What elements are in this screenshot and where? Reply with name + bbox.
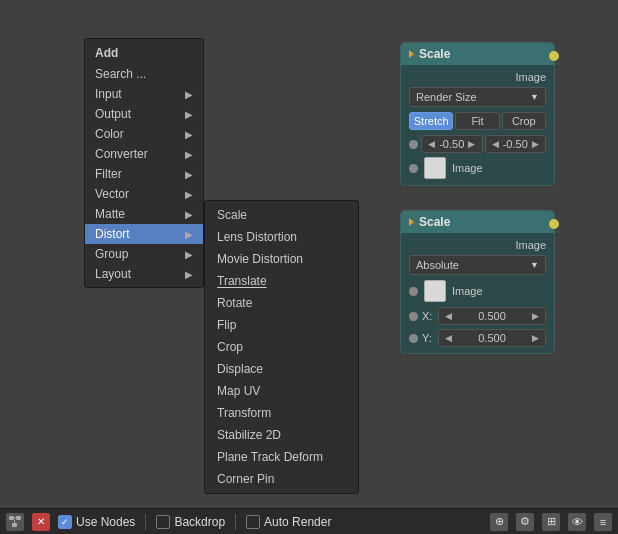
fit-button[interactable]: Fit xyxy=(455,112,499,130)
bottom-y-dot xyxy=(409,334,418,343)
top-y-field[interactable]: ◀ -0.50 ▶ xyxy=(485,135,547,153)
arrow-left2-icon: ◀ xyxy=(492,139,499,149)
use-nodes-checkbox[interactable]: ✓ xyxy=(58,515,72,529)
separator xyxy=(145,514,146,530)
backdrop-checkbox[interactable] xyxy=(156,515,170,529)
submenu-item-translate[interactable]: Translate xyxy=(205,270,358,292)
arrow-icon: ▶ xyxy=(185,149,193,160)
grid-icon[interactable]: ⊞ xyxy=(542,513,560,531)
menu-item-layout[interactable]: Layout ▶ xyxy=(85,264,203,284)
view-icon[interactable]: 👁 xyxy=(568,513,586,531)
submenu-item-flip[interactable]: Flip xyxy=(205,314,358,336)
menu-item-matte[interactable]: Matte ▶ xyxy=(85,204,203,224)
menu-item-distort[interactable]: Distort ▶ xyxy=(85,224,203,244)
bottom-node-triangle-icon xyxy=(409,218,414,226)
arrow-right2-icon: ▶ xyxy=(532,139,539,149)
arrow-icon: ▶ xyxy=(185,129,193,140)
top-node-output-dot xyxy=(549,51,559,61)
arrow-icon: ▶ xyxy=(185,209,193,220)
bottom-bar: ✕ ✓ Use Nodes Backdrop Auto Render ⊕ ⚙ ⊞… xyxy=(0,508,618,534)
node-editor-icon[interactable] xyxy=(6,513,24,531)
bottom-node-output-label: Image xyxy=(409,239,546,251)
submenu-item-transform[interactable]: Transform xyxy=(205,402,358,424)
bottom-scale-node: Scale Image Absolute ▼ Image X: ◀ 0.500 … xyxy=(400,210,555,354)
bottom-node-dropdown[interactable]: Absolute ▼ xyxy=(409,255,546,275)
menu-item-group[interactable]: Group ▶ xyxy=(85,244,203,264)
settings-icon[interactable]: ⚙ xyxy=(516,513,534,531)
separator2 xyxy=(235,514,236,530)
submenu-item-stabilize2d[interactable]: Stabilize 2D xyxy=(205,424,358,446)
submenu-item-rotate[interactable]: Rotate xyxy=(205,292,358,314)
x-right-arrow-icon: ▶ xyxy=(532,311,539,321)
submenu-item-crop[interactable]: Crop xyxy=(205,336,358,358)
submenu-item-lens-distortion[interactable]: Lens Distortion xyxy=(205,226,358,248)
submenu-item-corner-pin[interactable]: Corner Pin xyxy=(205,468,358,490)
arrow-icon: ▶ xyxy=(185,229,193,240)
add-menu: Add Search ... Input ▶ Output ▶ Color ▶ … xyxy=(84,38,204,288)
top-node-dropdown[interactable]: Render Size ▼ xyxy=(409,87,546,107)
arrow-icon: ▶ xyxy=(185,249,193,260)
top-node-image-label: Image xyxy=(452,162,483,174)
backdrop-label: Backdrop xyxy=(174,515,225,529)
bottom-node-body: Image Absolute ▼ Image X: ◀ 0.500 ▶ Y: xyxy=(401,233,554,353)
svg-rect-1 xyxy=(16,516,21,520)
dropdown-arrow-icon: ▼ xyxy=(530,92,539,102)
top-x-field[interactable]: ◀ -0.50 ▶ xyxy=(421,135,483,153)
bottom-node-header: Scale xyxy=(401,211,554,233)
add-menu-title: Add xyxy=(85,42,203,64)
submenu-item-scale[interactable]: Scale xyxy=(205,204,358,226)
top-node-body: Image Render Size ▼ Stretch Fit Crop ◀ -… xyxy=(401,65,554,185)
arrow-icon: ▶ xyxy=(185,189,193,200)
use-nodes-label: Use Nodes xyxy=(76,515,135,529)
bottom-dropdown-arrow-icon: ▼ xyxy=(530,260,539,270)
zoom-icon[interactable]: ⊕ xyxy=(490,513,508,531)
bottom-x-dot xyxy=(409,312,418,321)
x-label: X: xyxy=(422,310,434,322)
arrow-right-icon: ▶ xyxy=(468,139,475,149)
auto-render-checkbox-container[interactable]: Auto Render xyxy=(246,515,331,529)
bottom-node-output-dot xyxy=(549,219,559,229)
menu-item-search[interactable]: Search ... xyxy=(85,64,203,84)
crop-button[interactable]: Crop xyxy=(502,112,546,130)
y-left-arrow-icon: ◀ xyxy=(445,333,452,343)
stretch-button[interactable]: Stretch xyxy=(409,112,453,130)
bottom-x-field[interactable]: ◀ 0.500 ▶ xyxy=(438,307,546,325)
arrow-icon: ▶ xyxy=(185,169,193,180)
distort-submenu: Scale Lens Distortion Movie Distortion T… xyxy=(204,200,359,494)
submenu-item-displace[interactable]: Displace xyxy=(205,358,358,380)
svg-rect-0 xyxy=(9,516,14,520)
bottom-image-dot xyxy=(409,287,418,296)
top-node-color-preview xyxy=(424,157,446,179)
top-node-header: Scale xyxy=(401,43,554,65)
submenu-item-movie-distortion[interactable]: Movie Distortion xyxy=(205,248,358,270)
top-node-output-label: Image xyxy=(409,71,546,83)
menu-icon[interactable]: ≡ xyxy=(594,513,612,531)
auto-render-checkbox[interactable] xyxy=(246,515,260,529)
arrow-icon: ▶ xyxy=(185,89,193,100)
close-icon[interactable]: ✕ xyxy=(32,513,50,531)
image-dot-left xyxy=(409,164,418,173)
arrow-icon: ▶ xyxy=(185,109,193,120)
menu-item-converter[interactable]: Converter ▶ xyxy=(85,144,203,164)
bottom-node-title: Scale xyxy=(419,215,450,229)
backdrop-checkbox-container[interactable]: Backdrop xyxy=(156,515,225,529)
use-nodes-checkbox-container[interactable]: ✓ Use Nodes xyxy=(58,515,135,529)
arrow-icon: ▶ xyxy=(185,269,193,280)
menu-item-filter[interactable]: Filter ▶ xyxy=(85,164,203,184)
bottom-node-image-label: Image xyxy=(452,285,483,297)
x-left-arrow-icon: ◀ xyxy=(445,311,452,321)
bottom-y-field[interactable]: ◀ 0.500 ▶ xyxy=(438,329,546,347)
x-dot-left xyxy=(409,140,418,149)
submenu-item-mapuv[interactable]: Map UV xyxy=(205,380,358,402)
y-right-arrow-icon: ▶ xyxy=(532,333,539,343)
top-node-buttons: Stretch Fit Crop xyxy=(409,112,546,130)
top-node-title: Scale xyxy=(419,47,450,61)
menu-item-vector[interactable]: Vector ▶ xyxy=(85,184,203,204)
y-label: Y: xyxy=(422,332,434,344)
node-triangle-icon xyxy=(409,50,414,58)
menu-item-color[interactable]: Color ▶ xyxy=(85,124,203,144)
auto-render-label: Auto Render xyxy=(264,515,331,529)
submenu-item-plane-track[interactable]: Plane Track Deform xyxy=(205,446,358,468)
menu-item-output[interactable]: Output ▶ xyxy=(85,104,203,124)
menu-item-input[interactable]: Input ▶ xyxy=(85,84,203,104)
